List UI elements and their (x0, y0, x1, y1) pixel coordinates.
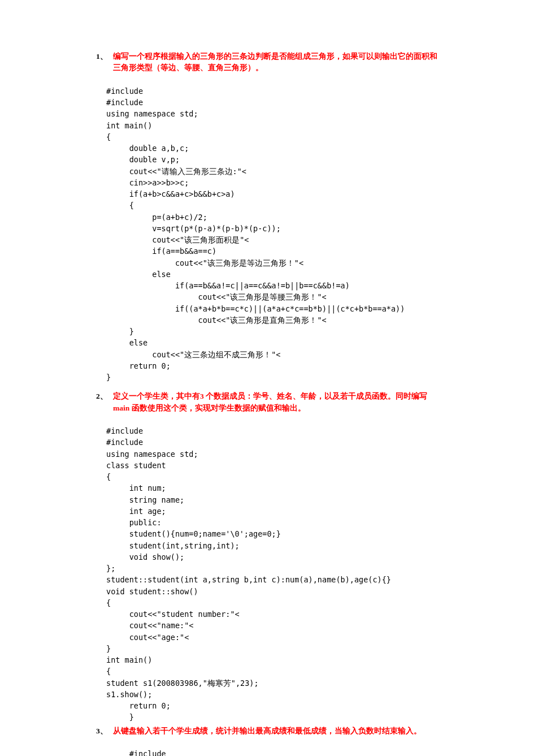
code-line: { (106, 132, 111, 141)
question-2: 2、 定义一个学生类，其中有3 个数据成员：学号、姓名、年龄，以及若干成员函数。… (96, 391, 438, 723)
code-line: int age; (106, 507, 166, 516)
code-line: public: (106, 518, 162, 527)
question-3-title: 从键盘输入若干个学生成绩，统计并输出最高成绩和最低成绩，当输入负数时结束输入。 (113, 725, 422, 737)
code-line: int num; (106, 483, 166, 493)
code-line: } (106, 327, 134, 336)
code-line: p=(a+b+c)/2; (106, 213, 207, 222)
code-line: double v,p; (106, 155, 180, 164)
question-1-title-red: 编写一个程序根据输入的三角形的三条边判断是否能组成三角形，如果可以则输出它的面积… (113, 52, 437, 72)
code-line: #include (106, 749, 166, 756)
code-line: cin>>a>>b>>c; (106, 178, 189, 187)
code-line: } (106, 644, 111, 653)
code-line: if((a*a+b*b==c*c)||(a*a+c*c==b*b)||(c*c+… (106, 304, 405, 313)
code-line: cout<<"该三角形是直角三角形！"< (106, 316, 327, 325)
question-3-header: 3、 从键盘输入若干个学生成绩，统计并输出最高成绩和最低成绩，当输入负数时结束输… (96, 725, 438, 737)
question-2-num: 2、 (96, 391, 113, 414)
question-1-code: #include #include using namespace std; i… (106, 74, 438, 383)
code-line: if(a+b>c&&a+c>b&&b+c>a) (106, 189, 235, 198)
code-line: using namespace std; (106, 109, 198, 118)
question-1-title: 编写一个程序根据输入的三角形的三条边判断是否能组成三角形，如果可以则输出它的面积… (113, 51, 438, 74)
code-line: #include (106, 98, 143, 107)
code-line: void student::show() (106, 587, 198, 596)
code-line: return 0; (106, 361, 171, 370)
code-line: s1.show(); (106, 690, 152, 699)
code-line: #include (106, 426, 143, 435)
code-line: if(a==b&&a!=c||a==c&&a!=b||b==c&&b!=a) (106, 281, 350, 290)
question-3-code: #include (106, 737, 438, 756)
question-2-header: 2、 定义一个学生类，其中有3 个数据成员：学号、姓名、年龄，以及若干成员函数。… (96, 391, 438, 414)
question-2-title-red: 定义一个学生类，其中有3 个数据成员：学号、姓名、年龄，以及若干成员函数。同时编… (113, 392, 427, 412)
code-line: student(int,string,int); (106, 541, 240, 550)
code-line: void show(); (106, 552, 184, 561)
code-line: student(){num=0;name='\0';age=0;} (106, 529, 281, 538)
code-line: student::student(int a,string b,int c):n… (106, 575, 391, 584)
code-line: } (106, 712, 134, 722)
code-line: cout<<"name:"< (106, 621, 193, 630)
code-line: cout<<"这三条边组不成三角形！"< (106, 350, 280, 359)
code-line: student s1(200803986,"梅寒芳",23); (106, 679, 259, 688)
question-2-code: #include #include using namespace std; c… (106, 414, 438, 723)
code-line: string name; (106, 495, 184, 504)
code-line: cout<<"请输入三角形三条边:"< (106, 167, 246, 176)
code-line: cout<<"该三角形面积是"< (106, 235, 249, 244)
question-1-num: 1、 (96, 51, 113, 74)
question-3: 3、 从键盘输入若干个学生成绩，统计并输出最高成绩和最低成绩，当输入负数时结束输… (96, 725, 438, 757)
code-line: v=sqrt(p*(p-a)*(p-b)*(p-c)); (106, 224, 281, 233)
code-line: class student (106, 461, 166, 470)
code-line: int main() (106, 121, 152, 130)
code-line: cout<<"该三角形是等腰三角形！"< (106, 292, 327, 301)
code-line: { (106, 667, 111, 676)
code-line: }; (106, 564, 115, 573)
question-3-num: 3、 (96, 725, 113, 737)
code-line: cout<<"student number:"< (106, 610, 240, 619)
code-line: { (106, 201, 134, 210)
code-line: using namespace std; (106, 450, 198, 459)
code-line: { (106, 598, 111, 607)
code-line: double a,b,c; (106, 144, 189, 153)
code-line: return 0; (106, 701, 171, 710)
code-line: if(a==b&&a==c) (106, 247, 216, 256)
question-1: 1、 编写一个程序根据输入的三角形的三条边判断是否能组成三角形，如果可以则输出它… (96, 51, 438, 383)
question-1-header: 1、 编写一个程序根据输入的三角形的三条边判断是否能组成三角形，如果可以则输出它… (96, 51, 438, 74)
code-line: else (106, 338, 147, 347)
code-line: #include (106, 438, 143, 447)
code-line: { (106, 472, 111, 481)
code-line: int main() (106, 655, 152, 664)
question-3-title-red: 从键盘输入若干个学生成绩，统计并输出最高成绩和最低成绩，当输入负数时结束输入。 (113, 727, 422, 735)
code-line: } (106, 373, 111, 382)
code-line: #include (106, 87, 143, 96)
code-line: cout<<"该三角形是等边三角形！"< (106, 258, 303, 267)
document-body: 1、 编写一个程序根据输入的三角形的三条边判断是否能组成三角形，如果可以则输出它… (96, 51, 438, 756)
code-line: else (106, 270, 171, 279)
question-2-title: 定义一个学生类，其中有3 个数据成员：学号、姓名、年龄，以及若干成员函数。同时编… (113, 391, 438, 414)
code-line: cout<<"age:"< (106, 633, 189, 642)
